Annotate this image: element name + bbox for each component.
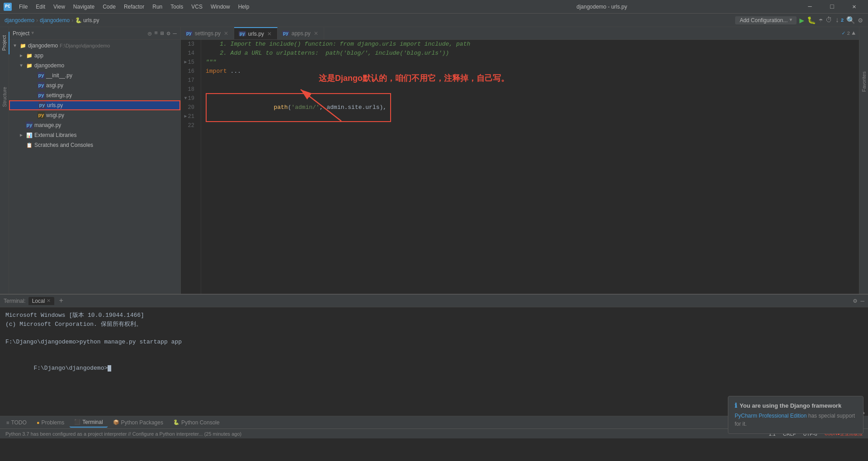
tree-item-root[interactable]: ▼ 📁 djangodemo F:\Django\djangodemo	[9, 41, 180, 51]
tab-settings[interactable]: py settings.py ✕	[181, 27, 234, 39]
breadcrumb-item-3[interactable]: urls.py	[83, 17, 99, 24]
menu-vcs[interactable]: VCS	[188, 3, 206, 11]
footer-tab-problems[interactable]: ● Problems	[32, 418, 69, 427]
menu-edit[interactable]: Edit	[32, 3, 49, 11]
tab-apps[interactable]: py apps.py ✕	[278, 27, 324, 39]
sidebar-expand-icon[interactable]: ⊞	[160, 30, 164, 37]
menu-view[interactable]: View	[50, 3, 69, 11]
search-icon[interactable]: 🔍	[846, 16, 855, 25]
structure-side-tab[interactable]: Structure	[0, 83, 9, 111]
menu-code[interactable]: Code	[99, 3, 119, 11]
menu-navigate[interactable]: Navigate	[70, 3, 98, 11]
footer-tab-console[interactable]: 🐍 Python Console	[169, 418, 224, 427]
tree-item-init[interactable]: py __init__.py	[9, 71, 180, 80]
breadcrumb: djangodemo › djangodemo › 🐍 urls.py	[0, 14, 730, 27]
breadcrumb-item-1[interactable]: djangodemo	[5, 17, 34, 24]
packages-icon: 📦	[113, 419, 119, 425]
scratch-icon: 📋	[26, 141, 33, 149]
terminal-line-2: (c) Microsoft Corporation. 保留所有权利。	[5, 320, 863, 329]
tree-label-wsgi: wsgi.py	[46, 112, 64, 118]
menu-help[interactable]: Help	[235, 3, 253, 11]
debug-button[interactable]: 🐛	[807, 16, 816, 25]
tab-close-apps[interactable]: ✕	[313, 30, 319, 37]
tree-label-scratches: Scratches and Consoles	[34, 142, 93, 148]
terminal-tab-bar: Terminal: Local ✕ + ⚙ —	[0, 295, 868, 307]
code-content[interactable]: 1. Import the include() function: from d…	[201, 40, 859, 294]
fold-icon-21[interactable]: ▶	[184, 112, 187, 121]
sidebar-header: Project ▼ ◎ ≡ ⊞ ⚙ —	[9, 27, 180, 40]
folder-icon: 📁	[19, 42, 27, 49]
tab-close-urls[interactable]: ✕	[266, 30, 273, 38]
fold-icon-15[interactable]: ▶	[184, 58, 187, 67]
footer-tab-packages[interactable]: 📦 Python Packages	[108, 418, 168, 427]
sidebar-minimize-icon[interactable]: —	[173, 30, 177, 37]
tab-bar: py settings.py ✕ py urls.py ✕ py apps.py…	[181, 27, 859, 40]
tab-label-urls: urls.py	[248, 31, 264, 37]
tree-label-djangodemo: djangodemo	[34, 62, 64, 69]
tree-item-external[interactable]: ▶ 📊 External Libraries	[9, 130, 180, 140]
breadcrumb-sep-2: ›	[71, 17, 73, 24]
footer-tab-terminal[interactable]: ⬛ Terminal	[70, 418, 107, 428]
py-icon-manage: py	[26, 122, 33, 129]
tree-item-asgi[interactable]: py asgi.py	[9, 80, 180, 90]
breadcrumb-item-2[interactable]: djangodemo	[40, 17, 70, 24]
code-line-18	[206, 85, 854, 94]
vcs-count-badge: 2	[847, 31, 850, 36]
terminal-settings-icon[interactable]: ⚙	[853, 297, 857, 305]
terminal-hide-icon[interactable]: —	[861, 297, 864, 305]
favorites-side-tab[interactable]: Favorites	[859, 68, 868, 95]
code-line-20: path('admin/', admin.site.urls),	[206, 103, 854, 112]
terminal-local-label: Local	[32, 298, 45, 304]
sidebar-collapse-icon[interactable]: ≡	[154, 30, 158, 37]
project-side-tab[interactable]: Project	[0, 32, 9, 54]
tree-item-urls[interactable]: py urls.py	[9, 100, 180, 110]
status-interpreter[interactable]: Python 3.7 has been configured as a proj…	[4, 431, 763, 437]
run-button[interactable]: ▶	[799, 15, 804, 25]
vcs-check-icon[interactable]: ✓	[842, 30, 845, 37]
close-button[interactable]: ✕	[844, 0, 864, 14]
menu-run[interactable]: Run	[149, 3, 166, 11]
tree-item-wsgi[interactable]: py wsgi.py	[9, 110, 180, 120]
window-controls: ─ □ ✕	[800, 0, 864, 14]
sidebar-locate-icon[interactable]: ◎	[148, 30, 151, 37]
menu-refactor[interactable]: Refactor	[120, 3, 148, 11]
coverage-button[interactable]: ☂	[819, 16, 823, 24]
notification-link[interactable]: PyCharm Professional Edition	[735, 413, 807, 419]
tree-label-manage: manage.py	[34, 122, 61, 128]
footer-tab-label-terminal: Terminal	[82, 419, 103, 425]
maximize-button[interactable]: □	[822, 0, 842, 14]
editor-expand-icon[interactable]: ▲	[852, 30, 855, 37]
code-line-17	[206, 76, 854, 85]
fold-icon-19[interactable]: ▼	[184, 94, 187, 103]
settings-icon[interactable]: ⚙	[858, 16, 863, 25]
tree-label-app: app	[34, 52, 43, 59]
tree-item-app[interactable]: ▶ 📁 app	[9, 51, 180, 61]
tree-item-settings[interactable]: py settings.py	[9, 90, 180, 100]
tab-urls[interactable]: py urls.py ✕	[234, 27, 278, 39]
tree-item-djangodemo[interactable]: ▼ 📁 djangodemo	[9, 61, 180, 71]
todo-icon: ≡	[6, 420, 9, 425]
profile-button[interactable]: ⏱	[826, 16, 832, 24]
vcs-update-button[interactable]: ↓ 2	[835, 16, 844, 24]
terminal-close-icon[interactable]: ✕	[47, 298, 51, 304]
code-editor[interactable]: 13 14 ▶15 16 17 18 ▼19 20 ▶21 22	[181, 40, 859, 294]
footer-tab-todo[interactable]: ≡ TODO	[2, 418, 31, 427]
menu-tools[interactable]: Tools	[167, 3, 187, 11]
tab-close-settings[interactable]: ✕	[223, 30, 229, 37]
sidebar-dropdown-icon[interactable]: ▼	[31, 31, 34, 36]
tree-item-manage[interactable]: py manage.py	[9, 120, 180, 130]
tree-label-init: __init__.py	[46, 72, 72, 79]
tab-icon-apps: py	[282, 31, 289, 36]
folder-icon-djangodemo: 📁	[26, 62, 33, 69]
terminal-add-button[interactable]: +	[57, 297, 65, 305]
menu-file[interactable]: File	[15, 3, 31, 11]
line-num-15: ▶15	[181, 58, 197, 67]
minimize-button[interactable]: ─	[800, 0, 820, 14]
tree-arrow-app: ▶	[18, 53, 24, 58]
sidebar-settings-icon[interactable]: ⚙	[167, 30, 170, 37]
run-config-dropdown[interactable]: Add Configuration... ▼	[735, 16, 797, 24]
console-icon: 🐍	[173, 419, 179, 425]
terminal-local-tab[interactable]: Local ✕	[28, 297, 55, 305]
menu-window[interactable]: Window	[207, 3, 234, 11]
tree-item-scratches[interactable]: 📋 Scratches and Consoles	[9, 140, 180, 150]
